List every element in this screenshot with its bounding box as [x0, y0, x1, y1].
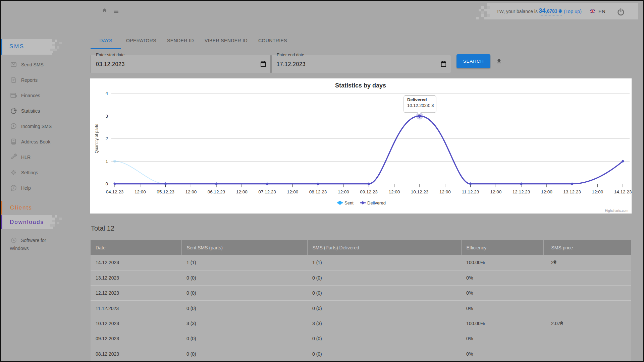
svg-text:12:00: 12:00: [185, 189, 197, 194]
svg-text:1: 1: [105, 159, 108, 164]
svg-text:09.12.23: 09.12.23: [360, 189, 378, 194]
svg-text:?: ?: [13, 185, 15, 189]
svg-text:4: 4: [105, 91, 108, 96]
svg-text:12.12.23: 12.12.23: [513, 189, 530, 194]
svg-text:12:00: 12:00: [338, 189, 349, 194]
svg-text:Delivered: Delivered: [407, 97, 427, 102]
svg-text:12:00: 12:00: [135, 189, 146, 194]
svg-text:0: 0: [105, 181, 108, 186]
svg-text:Sent: Sent: [344, 200, 354, 205]
svg-text:14.12.23: 14.12.23: [614, 189, 632, 194]
svg-text:10.12.23: 10.12.23: [411, 189, 429, 194]
svg-text:08.12.23: 08.12.23: [309, 189, 327, 194]
svg-text:Statistics by days: Statistics by days: [335, 82, 386, 89]
svg-text:12:00: 12:00: [287, 189, 298, 194]
svg-text:12:00: 12:00: [236, 189, 248, 194]
svg-text:Highcharts.com: Highcharts.com: [605, 209, 628, 213]
svg-text:12:00: 12:00: [388, 189, 400, 194]
svg-text:3: 3: [105, 114, 108, 119]
svg-text:12:00: 12:00: [490, 189, 501, 194]
svg-text:04.12.23: 04.12.23: [106, 189, 124, 194]
svg-text:10.12.2023: 3: 10.12.2023: 3: [407, 103, 434, 108]
svg-text:12:00: 12:00: [541, 189, 552, 194]
svg-text:11.12.23: 11.12.23: [462, 189, 479, 194]
svg-text:12:00: 12:00: [439, 189, 451, 194]
svg-text:2: 2: [105, 136, 108, 141]
svg-text:05.12.23: 05.12.23: [157, 189, 174, 194]
svg-text:13.12.23: 13.12.23: [563, 189, 581, 194]
svg-text:Delivered: Delivered: [367, 200, 386, 205]
svg-text:06.12.23: 06.12.23: [208, 189, 225, 194]
svg-text:Quantity of parts: Quantity of parts: [94, 124, 99, 153]
svg-text:12:00: 12:00: [592, 189, 603, 194]
svg-text:07.12.23: 07.12.23: [258, 189, 276, 194]
